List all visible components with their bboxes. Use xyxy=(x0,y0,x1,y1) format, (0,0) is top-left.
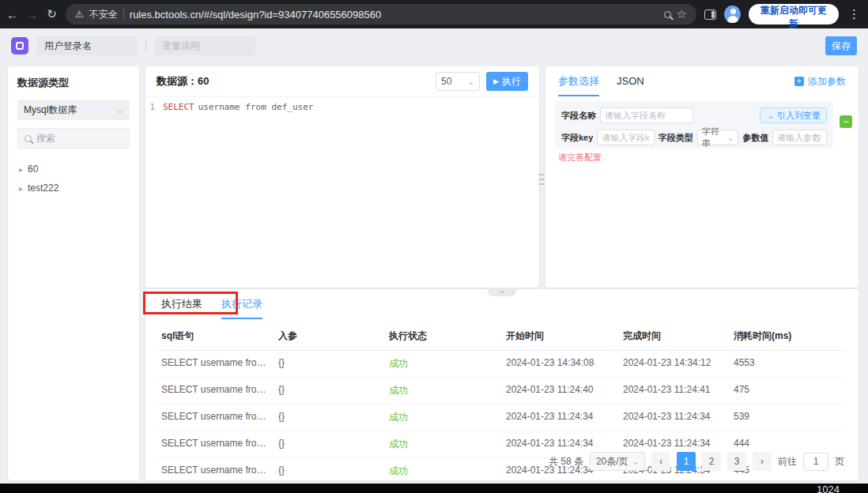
side-panel-icon[interactable] xyxy=(704,9,716,20)
row-params: {} xyxy=(275,405,386,431)
app-logo[interactable] xyxy=(11,37,28,55)
next-page-button[interactable]: › xyxy=(753,452,772,471)
zoom-icon[interactable] xyxy=(664,11,671,18)
drag-dots-icon: •• xyxy=(538,182,545,186)
param-row-2: 字段key 字段类型 字符串 ⌄ 参数值 xyxy=(561,130,827,145)
status-badge: 成功 xyxy=(386,431,503,458)
tree-item-label: test222 xyxy=(28,183,58,194)
col-header-start: 开始时间 xyxy=(503,322,620,351)
goto-page-input[interactable] xyxy=(803,453,828,471)
editor-header: 数据源：60 50 ⌄ ▶ 执行 xyxy=(145,66,539,96)
row-cost: 475 xyxy=(730,378,846,405)
plus-icon: + xyxy=(794,77,804,86)
row-sql: SELECT username from def_... xyxy=(158,351,275,378)
collapse-handle[interactable]: ⌄ xyxy=(488,288,516,296)
url-text[interactable]: rules.bctools.cn/#/sql/design?id=9340774… xyxy=(130,9,381,21)
search-box[interactable] xyxy=(17,128,130,149)
datasource-sidebar: 数据源类型 Mysql数据库 ⌄ ▸ 60 ▸ test222 xyxy=(8,66,139,480)
login-name-box[interactable]: 用户登录名 xyxy=(36,36,138,55)
splitter-drag-handle[interactable]: •• •• •• xyxy=(538,172,545,186)
limit-select[interactable]: 50 ⌄ xyxy=(436,72,480,91)
row-end-time: 2024-01-23 11:24:41 xyxy=(620,378,730,405)
profile-avatar[interactable] xyxy=(724,6,741,23)
play-icon: ▶ xyxy=(493,77,499,85)
app-header: 用户登录名 保存 xyxy=(0,35,868,57)
page-size-value: 20条/页 xyxy=(596,455,628,469)
sql-text: username from def_user xyxy=(198,102,314,112)
datasource-type-select[interactable]: Mysql数据库 ⌄ xyxy=(17,100,130,120)
save-button[interactable]: 保存 xyxy=(825,36,857,55)
chrome-update-button[interactable]: 重新启动即可更新 xyxy=(749,4,839,24)
forward-icon[interactable]: → xyxy=(26,8,38,21)
status-badge: 成功 xyxy=(386,351,503,378)
field-type-value: 字符串 xyxy=(702,126,725,149)
total-count: 共 58 条 xyxy=(549,455,583,469)
field-key-input[interactable] xyxy=(597,130,654,145)
variable-desc-input[interactable] xyxy=(154,36,255,55)
param-config-panel: 字段名称 → 引入到变量 字段key 字段类型 字符串 ⌄ 参数值 xyxy=(555,101,833,149)
col-header-params: 入参 xyxy=(275,322,386,351)
datasource-title: 数据源：60 xyxy=(157,74,209,88)
sql-editor-card: 数据源：60 50 ⌄ ▶ 执行 1 SELECT username from … xyxy=(145,66,539,288)
address-bar[interactable]: ⚠ 不安全 rules.bctools.cn/#/sql/design?id=9… xyxy=(66,4,696,24)
row-start-time: 2024-01-23 14:34:08 xyxy=(503,351,620,378)
chevron-down-icon: ⌄ xyxy=(117,106,123,115)
datasource-type-value: Mysql数据库 xyxy=(24,103,117,117)
header-divider xyxy=(145,40,146,52)
run-label: 执行 xyxy=(502,75,521,88)
import-label: 引入到变量 xyxy=(777,110,821,122)
prev-page-button[interactable]: ‹ xyxy=(651,452,670,471)
add-param-button[interactable]: + 添加参数 xyxy=(794,75,846,88)
remove-param-button[interactable]: − xyxy=(840,115,852,128)
refresh-icon[interactable]: ↻ xyxy=(46,7,58,21)
chevron-down-icon: ⌄ xyxy=(499,287,505,295)
security-label[interactable]: 不安全 xyxy=(89,8,118,21)
page-button-1[interactable]: 1 xyxy=(677,452,696,471)
row-sql: SELECT username from def_... xyxy=(158,405,275,431)
page-button-3[interactable]: 3 xyxy=(727,452,746,471)
chevron-down-icon: ⌄ xyxy=(632,457,639,466)
col-header-cost: 消耗时间(ms) xyxy=(730,322,846,351)
goto-label: 前往 xyxy=(778,455,797,469)
row-sql: SELECT username from def_... xyxy=(158,431,275,458)
page-size-select[interactable]: 20条/页 ⌄ xyxy=(590,452,645,471)
search-input[interactable] xyxy=(36,133,115,144)
pagination: 共 58 条 20条/页 ⌄ ‹ 1 2 3 › 前往 页 xyxy=(549,452,844,471)
line-number: 1 xyxy=(145,102,163,112)
import-to-variable-button[interactable]: → 引入到变量 xyxy=(760,107,827,123)
limit-value: 50 xyxy=(441,76,468,87)
field-name-label: 字段名称 xyxy=(561,110,596,122)
col-header-status: 执行状态 xyxy=(386,322,503,351)
back-icon[interactable]: ← xyxy=(6,8,18,21)
row-end-time: 2024-01-23 14:34:12 xyxy=(620,351,730,378)
bookmark-star-icon[interactable]: ☆ xyxy=(677,7,687,21)
field-name-input[interactable] xyxy=(600,107,693,123)
tab-param-select[interactable]: 参数选择 xyxy=(558,66,599,96)
param-value-label: 参数值 xyxy=(742,132,768,144)
field-type-select[interactable]: 字符串 ⌄ xyxy=(697,130,739,145)
col-header-end: 完成时间 xyxy=(620,322,730,351)
security-warning-icon[interactable]: ⚠ xyxy=(75,9,84,20)
bottom-black-bar: 1024 xyxy=(0,484,868,493)
row-params: {} xyxy=(275,458,386,485)
row-sql: SELECT username from def_... xyxy=(158,378,275,405)
tab-json[interactable]: JSON xyxy=(617,66,644,96)
tab-exec-history[interactable]: 执行记录 xyxy=(221,289,262,319)
tree-item-test222[interactable]: ▸ test222 xyxy=(17,179,130,198)
caret-right-icon: ▸ xyxy=(19,165,23,174)
page-button-2[interactable]: 2 xyxy=(702,452,721,471)
row-params: {} xyxy=(275,378,386,405)
row-start-time: 2024-01-23 11:24:40 xyxy=(503,378,620,405)
status-badge: 成功 xyxy=(386,378,503,405)
tree-item-60[interactable]: ▸ 60 xyxy=(17,160,130,179)
chrome-menu-icon[interactable]: ⋮ xyxy=(847,7,862,21)
params-tabbar: 参数选择 JSON + 添加参数 xyxy=(545,66,859,96)
chevron-down-icon: ⌄ xyxy=(468,77,474,86)
run-button[interactable]: ▶ 执行 xyxy=(486,72,528,91)
resolution-text: 1024 xyxy=(817,484,840,493)
param-value-input[interactable] xyxy=(772,130,827,145)
sql-code-editor[interactable]: 1 SELECT username from def_user xyxy=(145,96,539,282)
tab-exec-result[interactable]: 执行结果 xyxy=(161,289,202,319)
param-row-1: 字段名称 → 引入到变量 xyxy=(561,107,827,123)
import-icon: → xyxy=(766,111,775,120)
